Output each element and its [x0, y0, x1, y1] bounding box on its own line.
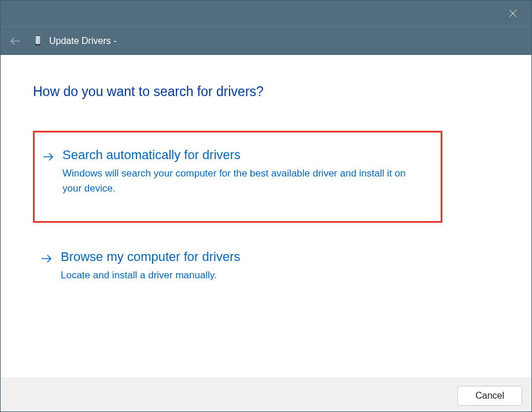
svg-point-5	[38, 45, 39, 46]
device-icon	[34, 34, 43, 48]
option-title: Browse my computer for drivers	[61, 249, 431, 264]
close-icon	[509, 9, 517, 17]
cancel-button[interactable]: Cancel	[457, 386, 522, 406]
option-description: Locate and install a driver manually.	[61, 268, 419, 283]
option-description: Windows will search your computer for th…	[62, 166, 421, 196]
dialog-footer: Cancel	[1, 378, 531, 412]
nav-bar: Update Drivers -	[1, 26, 531, 55]
option-body: Browse my computer for drivers Locate an…	[61, 249, 431, 283]
svg-rect-4	[36, 36, 40, 44]
content-area: How do you want to search for drivers? S…	[1, 55, 531, 378]
option-title: Search automatically for drivers	[62, 148, 429, 163]
page-heading: How do you want to search for drivers?	[33, 84, 499, 100]
back-arrow-icon	[10, 36, 21, 46]
arrow-right-icon	[41, 254, 53, 283]
back-button[interactable]	[9, 34, 23, 48]
titlebar	[1, 1, 531, 26]
window-title: Update Drivers -	[49, 36, 116, 46]
option-body: Search automatically for drivers Windows…	[62, 148, 429, 196]
option-browse-computer[interactable]: Browse my computer for drivers Locate an…	[33, 239, 442, 293]
nav-title-wrap: Update Drivers -	[34, 34, 116, 48]
arrow-right-icon	[43, 152, 54, 196]
option-search-automatically[interactable]: Search automatically for drivers Windows…	[33, 131, 442, 223]
close-button[interactable]	[501, 2, 524, 25]
